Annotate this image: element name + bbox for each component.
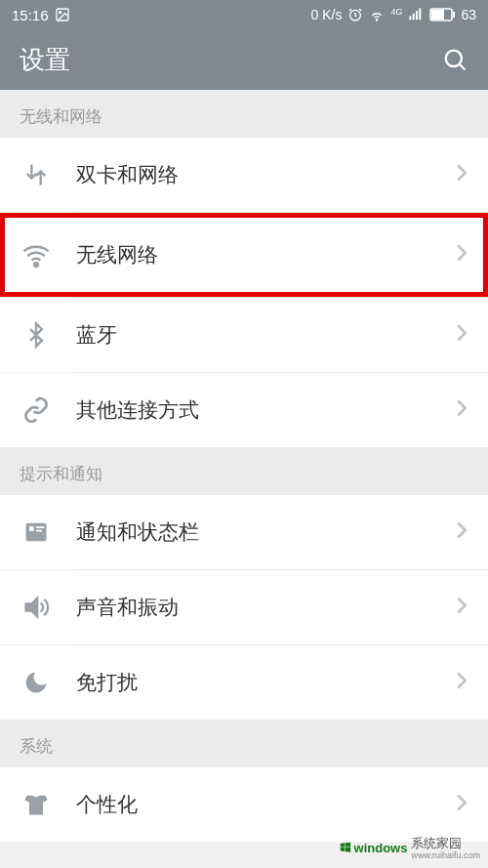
svg-rect-6 [410, 16, 412, 20]
chevron-right-icon [455, 671, 468, 694]
section-header-wireless: 无线和网络 [0, 90, 488, 138]
item-label: 双卡和网络 [76, 161, 455, 188]
signal-icon [408, 7, 424, 22]
section-header-system: 系统 [0, 720, 488, 767]
sound-icon [20, 591, 53, 624]
svg-rect-9 [420, 8, 422, 20]
svg-rect-19 [36, 530, 42, 532]
status-time: 15:16 [12, 7, 49, 23]
section-header-notify: 提示和通知 [0, 447, 488, 495]
settings-item-other-connections[interactable]: 其他连接方式 [0, 373, 488, 447]
item-label: 通知和状态栏 [76, 518, 455, 546]
svg-line-3 [349, 9, 351, 11]
chevron-right-icon [455, 243, 468, 267]
settings-item-wifi[interactable]: 无线网络 [0, 213, 488, 297]
net-speed-label: 0 K/s [311, 7, 343, 22]
notification-icon [20, 516, 53, 549]
battery-icon [429, 8, 455, 21]
svg-rect-8 [416, 11, 418, 20]
watermark-url: www.ruihaifu.com [411, 850, 480, 860]
moon-icon [20, 666, 53, 699]
alarm-icon [347, 7, 363, 22]
battery-label: 63 [461, 7, 476, 22]
wifi-icon [20, 238, 53, 271]
settings-item-sound[interactable]: 声音和振动 [0, 570, 488, 644]
svg-marker-20 [26, 599, 38, 617]
status-bar: 15:16 0 K/s 4G 63 [0, 0, 488, 29]
watermark: windows 系统家园 www.ruihaifu.com [339, 835, 480, 860]
svg-point-13 [446, 51, 462, 66]
bluetooth-icon [20, 318, 53, 351]
status-left: 15:16 [12, 7, 70, 23]
svg-rect-12 [453, 12, 455, 18]
svg-rect-11 [431, 10, 444, 20]
watermark-text: 系统家园 [411, 836, 462, 850]
item-label: 无线网络 [76, 241, 455, 269]
wifi-icon [369, 7, 385, 22]
chevron-right-icon [455, 323, 468, 347]
dual-sim-icon [20, 158, 53, 191]
svg-point-5 [377, 20, 378, 21]
tshirt-icon [20, 788, 53, 821]
item-label: 个性化 [76, 791, 455, 818]
settings-item-personalize[interactable]: 个性化 [0, 767, 488, 842]
search-button[interactable] [441, 46, 468, 73]
chevron-right-icon [455, 596, 468, 619]
chevron-right-icon [455, 520, 468, 544]
image-icon [55, 7, 70, 22]
svg-point-15 [34, 263, 38, 267]
item-label: 声音和振动 [76, 594, 455, 621]
item-label: 蓝牙 [76, 321, 455, 349]
svg-rect-18 [36, 526, 44, 528]
svg-rect-16 [26, 523, 47, 542]
chevron-right-icon [455, 398, 468, 422]
page-title: 设置 [20, 43, 70, 77]
app-header: 设置 [0, 29, 488, 90]
svg-rect-17 [29, 526, 34, 531]
windows-logo-icon: windows [339, 841, 408, 855]
svg-point-1 [59, 12, 61, 14]
status-right: 0 K/s 4G 63 [311, 7, 477, 22]
svg-line-4 [359, 9, 361, 11]
mobile-gen-label: 4G [390, 7, 402, 17]
settings-item-notifications[interactable]: 通知和状态栏 [0, 495, 488, 569]
svg-line-14 [460, 64, 465, 69]
settings-item-dual-sim[interactable]: 双卡和网络 [0, 138, 488, 212]
chevron-right-icon [455, 793, 468, 816]
settings-item-dnd[interactable]: 免打扰 [0, 645, 488, 720]
item-label: 其他连接方式 [76, 396, 455, 424]
settings-item-bluetooth[interactable]: 蓝牙 [0, 298, 488, 372]
item-label: 免打扰 [76, 669, 455, 696]
svg-rect-7 [413, 14, 415, 21]
chevron-right-icon [455, 163, 468, 186]
link-icon [20, 393, 53, 427]
watermark-brand: windows [354, 841, 408, 855]
